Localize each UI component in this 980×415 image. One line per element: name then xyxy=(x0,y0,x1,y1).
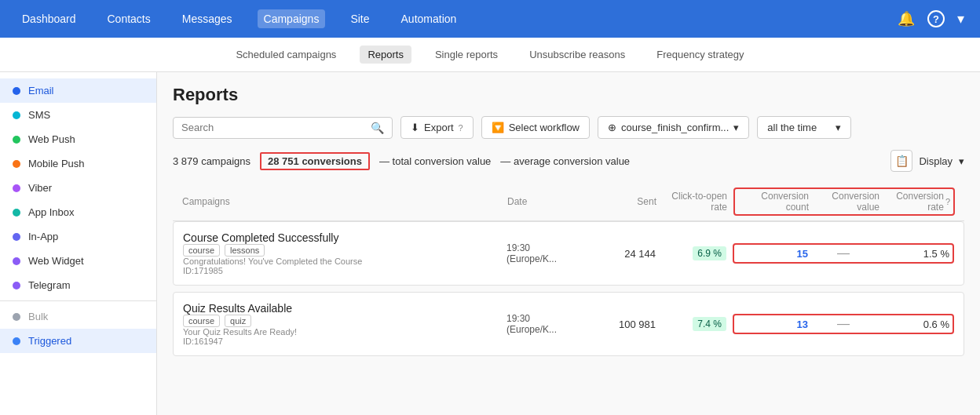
bulk-dot xyxy=(13,313,20,321)
search-box[interactable]: 🔍 xyxy=(173,117,393,139)
campaign-dropdown[interactable]: ⊕ course_finish_confirm... ▾ xyxy=(598,116,749,139)
sidebar-label-mobilepush: Mobile Push xyxy=(28,158,85,169)
sidebar-item-viber[interactable]: Viber xyxy=(0,176,156,200)
conv-count-1: 15 xyxy=(737,248,808,260)
th-conv-rate: Conversion rate ? xyxy=(879,191,950,213)
search-icon: 🔍 xyxy=(371,122,384,134)
total-label: — total conversion value xyxy=(379,155,491,167)
tag-course-1: course xyxy=(183,244,220,257)
th-date: Date xyxy=(507,196,586,207)
toolbar: 🔍 ⬇ Export ? 🔽 Select workflow ⊕ course_… xyxy=(173,116,964,139)
top-nav-links: Dashboard Contacts Messages Campaigns Si… xyxy=(16,9,463,28)
cto-badge-1: 6.9 % xyxy=(693,246,726,260)
campaign-date-2: 19:30 (Europe/K... xyxy=(506,313,585,335)
th-conv-count: Conversion count xyxy=(738,191,809,213)
export-icon: ⬇ xyxy=(411,122,419,133)
nav-campaigns[interactable]: Campaigns xyxy=(258,9,326,28)
sidebar-item-mobilepush[interactable]: Mobile Push xyxy=(0,151,156,176)
workflow-button[interactable]: 🔽 Select workflow xyxy=(481,116,590,139)
account-dropdown-icon[interactable]: ▾ xyxy=(957,10,964,27)
nav-site[interactable]: Site xyxy=(344,9,375,28)
conv-rate-1: 1.5 % xyxy=(879,248,949,260)
subnav-single-reports[interactable]: Single reports xyxy=(427,46,506,64)
sidebar-label-telegram: Telegram xyxy=(28,279,70,291)
table-row: Course Completed Successfully course les… xyxy=(173,221,964,286)
chevron-down-icon: ▾ xyxy=(733,122,739,133)
top-nav-right: 🔔 ? ▾ xyxy=(898,10,964,27)
table-header: Campaigns Date Sent Click-to-open rate C… xyxy=(173,183,964,221)
sidebar-item-bulk[interactable]: Bulk xyxy=(0,304,156,329)
sidebar-divider xyxy=(0,300,156,301)
nav-messages[interactable]: Messages xyxy=(176,9,239,28)
subnav-frequency[interactable]: Frequency strategy xyxy=(649,46,751,64)
nav-dashboard[interactable]: Dashboard xyxy=(16,9,82,28)
main-content: Reports 🔍 ⬇ Export ? 🔽 Select workflow ⊕… xyxy=(157,72,980,415)
th-sent: Sent xyxy=(586,196,656,207)
appinbox-dot xyxy=(13,209,20,217)
campaigns-table: Campaigns Date Sent Click-to-open rate C… xyxy=(173,183,964,356)
workflow-label: Select workflow xyxy=(509,122,580,133)
help-icon[interactable]: ? xyxy=(927,10,945,27)
conv-value-1: — xyxy=(808,246,879,260)
conv-rate-help-icon: ? xyxy=(945,197,950,206)
display-label: Display xyxy=(919,155,953,167)
campaign-tags-2: course quiz xyxy=(183,315,506,327)
tag-lessons-1: lessons xyxy=(225,244,265,257)
stats-bar: 3 879 campaigns 28 751 conversions — tot… xyxy=(173,150,964,172)
conversion-header-box: Conversion count Conversion value Conver… xyxy=(733,187,955,216)
sidebar-item-webwidget[interactable]: Web Widget xyxy=(0,249,156,273)
campaign-id-2: ID:161947 xyxy=(183,337,506,346)
time-filter-button[interactable]: all the time ▾ xyxy=(757,116,851,139)
conversion-data-box-1: 15 — 1.5 % xyxy=(733,243,954,264)
sidebar-item-inapp[interactable]: In-App xyxy=(0,224,156,249)
top-navigation: Dashboard Contacts Messages Campaigns Si… xyxy=(0,0,980,38)
export-label: Export xyxy=(424,122,454,133)
campaign-desc-1: Congratulations! You've Completed the Co… xyxy=(183,257,506,266)
campaign-date-1: 19:30 (Europe/K... xyxy=(506,242,585,264)
sidebar-label-triggered: Triggered xyxy=(28,335,71,347)
export-button[interactable]: ⬇ Export ? xyxy=(400,116,474,139)
page-title: Reports xyxy=(173,85,964,105)
display-chevron-icon: ▾ xyxy=(959,155,964,167)
avg-label: — average conversion value xyxy=(500,155,630,167)
campaign-cto-2: 7.4 % xyxy=(656,317,726,331)
inapp-dot xyxy=(13,233,20,241)
sidebar-label-sms: SMS xyxy=(28,109,50,121)
webwidget-dot xyxy=(13,257,20,265)
nav-contacts[interactable]: Contacts xyxy=(101,9,157,28)
copy-button[interactable]: 📋 xyxy=(890,150,912,172)
sidebar-item-appinbox[interactable]: App Inbox xyxy=(0,200,156,224)
email-dot xyxy=(13,87,20,95)
table-row: Quiz Results Available course quiz Your … xyxy=(173,292,964,356)
th-campaigns: Campaigns xyxy=(182,196,507,207)
sidebar-item-webpush[interactable]: Web Push xyxy=(0,127,156,151)
sidebar-item-email[interactable]: Email xyxy=(0,78,156,103)
telegram-dot xyxy=(13,282,20,289)
campaign-info-1: Course Completed Successfully course les… xyxy=(183,231,506,275)
triggered-dot xyxy=(13,337,20,345)
campaign-id-1: ID:171985 xyxy=(183,266,506,275)
cto-badge-2: 7.4 % xyxy=(693,317,726,331)
search-input[interactable] xyxy=(181,122,366,133)
sidebar-label-webwidget: Web Widget xyxy=(28,255,84,267)
sidebar: Email SMS Web Push Mobile Push Viber App… xyxy=(0,72,157,415)
campaign-name-2: Quiz Results Available xyxy=(183,302,506,315)
campaign-dropdown-label: course_finish_confirm... xyxy=(621,122,729,133)
sms-dot xyxy=(13,111,20,119)
campaign-desc-2: Your Quiz Results Are Ready! xyxy=(183,327,506,337)
bell-icon[interactable]: 🔔 xyxy=(898,10,915,27)
conv-value-2: — xyxy=(808,317,879,331)
target-icon: ⊕ xyxy=(608,122,616,133)
sidebar-item-sms[interactable]: SMS xyxy=(0,103,156,127)
webpush-dot xyxy=(13,136,20,144)
subnav-unsubscribe[interactable]: Unsubscribe reasons xyxy=(521,46,633,64)
nav-automation[interactable]: Automation xyxy=(395,9,463,28)
subnav-scheduled[interactable]: Scheduled campaigns xyxy=(228,46,344,64)
subnav-reports[interactable]: Reports xyxy=(360,46,411,64)
sidebar-item-triggered[interactable]: Triggered xyxy=(0,329,156,353)
th-cto: Click-to-open rate xyxy=(656,191,727,213)
campaigns-count: 3 879 campaigns xyxy=(173,155,250,167)
sidebar-label-appinbox: App Inbox xyxy=(28,206,75,218)
sidebar-item-telegram[interactable]: Telegram xyxy=(0,273,156,297)
th-conv-value: Conversion value xyxy=(809,191,879,213)
